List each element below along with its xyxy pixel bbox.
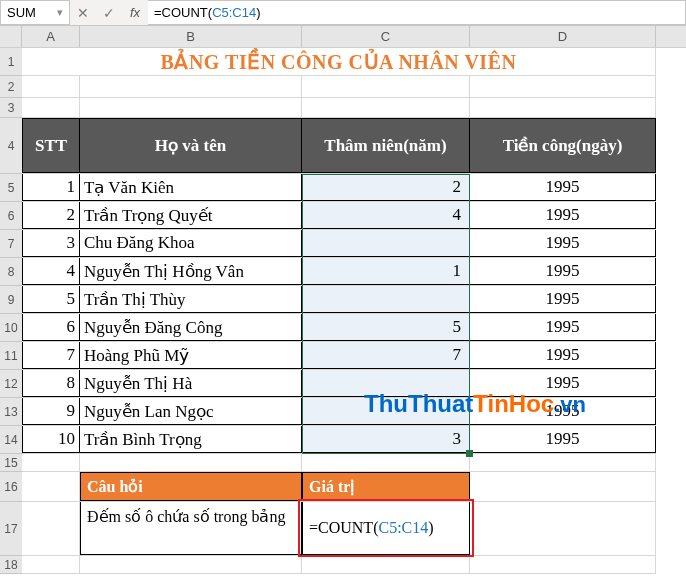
- cell[interactable]: [302, 98, 470, 117]
- cell-wage[interactable]: 1995: [470, 258, 656, 285]
- cell-stt[interactable]: 3: [22, 230, 80, 257]
- cell-wage[interactable]: 1995: [470, 426, 656, 453]
- col-header-B[interactable]: B: [80, 26, 302, 47]
- row-header[interactable]: 3: [0, 98, 22, 118]
- cell[interactable]: [470, 502, 656, 555]
- cell-stt[interactable]: 2: [22, 202, 80, 229]
- row-header[interactable]: 7: [0, 230, 22, 258]
- cell-wage[interactable]: 1995: [470, 398, 656, 425]
- sheet-title[interactable]: BẢNG TIỀN CÔNG CỦA NHÂN VIÊN: [22, 48, 656, 75]
- grid: BẢNG TIỀN CÔNG CỦA NHÂN VIÊN STT Họ và t…: [22, 48, 656, 574]
- cell-wage[interactable]: 1995: [470, 230, 656, 257]
- cell-years[interactable]: 2: [302, 174, 470, 201]
- cell[interactable]: [302, 454, 470, 471]
- col-header-A[interactable]: A: [22, 26, 80, 47]
- cell-name[interactable]: Nguyễn Thị Hồng Vân: [80, 258, 302, 285]
- cell-name[interactable]: Nguyễn Đăng Công: [80, 314, 302, 341]
- table-row: 2Trần Trọng Quyết41995: [22, 202, 656, 230]
- insert-function-icon[interactable]: fx: [126, 4, 144, 22]
- th-wage[interactable]: Tiền công(ngày): [470, 118, 656, 173]
- cell-years[interactable]: 1: [302, 258, 470, 285]
- cell[interactable]: [470, 76, 656, 97]
- col-header-D[interactable]: D: [470, 26, 656, 47]
- cell-name[interactable]: Trần Thị Thùy: [80, 286, 302, 313]
- cell-years[interactable]: [302, 398, 470, 425]
- row-header[interactable]: 5: [0, 174, 22, 202]
- row-header[interactable]: 9: [0, 286, 22, 314]
- cell[interactable]: [470, 472, 656, 501]
- cell[interactable]: [80, 556, 302, 573]
- cell-stt[interactable]: 7: [22, 342, 80, 369]
- cell[interactable]: [302, 556, 470, 573]
- row-header[interactable]: 2: [0, 76, 22, 98]
- cell-years[interactable]: [302, 370, 470, 397]
- cell-wage[interactable]: 1995: [470, 370, 656, 397]
- cell[interactable]: [80, 454, 302, 471]
- th-name[interactable]: Họ và tên: [80, 118, 302, 173]
- cell-name[interactable]: Hoàng Phũ Mỹ: [80, 342, 302, 369]
- row-header[interactable]: 15: [0, 454, 22, 472]
- question-cell[interactable]: Đếm số ô chứa số trong bảng: [80, 502, 302, 555]
- cell-wage[interactable]: 1995: [470, 174, 656, 201]
- cell-stt[interactable]: 1: [22, 174, 80, 201]
- name-box[interactable]: SUM ▾: [0, 0, 70, 25]
- cell[interactable]: [22, 556, 80, 573]
- cell-name[interactable]: Trần Bình Trọng: [80, 426, 302, 453]
- cell-years[interactable]: 4: [302, 202, 470, 229]
- row-header[interactable]: 10: [0, 314, 22, 342]
- cancel-formula-icon[interactable]: ✕: [74, 4, 92, 22]
- row-header[interactable]: 11: [0, 342, 22, 370]
- cell-name[interactable]: Chu Đăng Khoa: [80, 230, 302, 257]
- row-header[interactable]: 18: [0, 556, 22, 574]
- row-header[interactable]: 4: [0, 118, 22, 174]
- cell[interactable]: [470, 556, 656, 573]
- cell-years[interactable]: [302, 286, 470, 313]
- cell[interactable]: [22, 454, 80, 471]
- row-header[interactable]: 1: [0, 48, 22, 76]
- cell-years[interactable]: [302, 230, 470, 257]
- cell-wage[interactable]: 1995: [470, 342, 656, 369]
- cell-name[interactable]: Trần Trọng Quyết: [80, 202, 302, 229]
- cell-wage[interactable]: 1995: [470, 286, 656, 313]
- cell-stt[interactable]: 6: [22, 314, 80, 341]
- row-header[interactable]: 14: [0, 426, 22, 454]
- cell[interactable]: [22, 472, 80, 501]
- cell[interactable]: [80, 98, 302, 117]
- value-header[interactable]: Giá trị: [302, 472, 470, 501]
- cell-stt[interactable]: 5: [22, 286, 80, 313]
- cell-stt[interactable]: 4: [22, 258, 80, 285]
- row-header[interactable]: 8: [0, 258, 22, 286]
- formula-input[interactable]: =COUNT(C5:C14): [148, 0, 686, 25]
- cell-name[interactable]: Nguyễn Lan Ngọc: [80, 398, 302, 425]
- row-header[interactable]: 13: [0, 398, 22, 426]
- row-header[interactable]: 6: [0, 202, 22, 230]
- question-header[interactable]: Câu hỏi: [80, 472, 302, 501]
- cell-years[interactable]: 7: [302, 342, 470, 369]
- th-stt[interactable]: STT: [22, 118, 80, 173]
- cell-wage[interactable]: 1995: [470, 314, 656, 341]
- row-header[interactable]: 12: [0, 370, 22, 398]
- cell[interactable]: [470, 454, 656, 471]
- cell[interactable]: [22, 76, 80, 97]
- cell-stt[interactable]: 9: [22, 398, 80, 425]
- cell[interactable]: [22, 502, 80, 555]
- cell-wage[interactable]: 1995: [470, 202, 656, 229]
- row-header[interactable]: 17: [0, 502, 22, 556]
- select-all-corner[interactable]: [0, 26, 22, 47]
- row-blank: [22, 454, 656, 472]
- enter-formula-icon[interactable]: ✓: [100, 4, 118, 22]
- cell-name[interactable]: Tạ Văn Kiên: [80, 174, 302, 201]
- cell-years[interactable]: 3: [302, 426, 470, 453]
- cell[interactable]: [80, 76, 302, 97]
- cell[interactable]: [302, 76, 470, 97]
- cell-stt[interactable]: 8: [22, 370, 80, 397]
- cell-years[interactable]: 5: [302, 314, 470, 341]
- col-header-C[interactable]: C: [302, 26, 470, 47]
- cell-stt[interactable]: 10: [22, 426, 80, 453]
- cell[interactable]: [470, 98, 656, 117]
- cell-name[interactable]: Nguyễn Thị Hà: [80, 370, 302, 397]
- cell[interactable]: [22, 98, 80, 117]
- th-years[interactable]: Thâm niên(năm): [302, 118, 470, 173]
- row-header[interactable]: 16: [0, 472, 22, 502]
- formula-result-cell[interactable]: =COUNT(C5:C14): [302, 502, 470, 555]
